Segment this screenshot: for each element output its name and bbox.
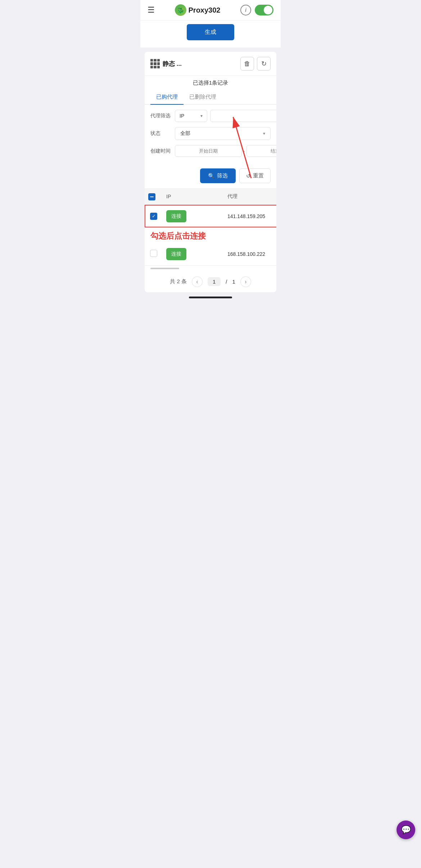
date-separator: - — [243, 148, 245, 154]
date-filter-label: 创建时间 — [150, 148, 172, 154]
pagination: 共 2 条 ‹ 1 / 1 › — [145, 271, 276, 292]
status-filter-label: 状态 — [150, 130, 172, 137]
refresh-button[interactable]: ↻ — [257, 57, 271, 71]
td-connect-2: 连接 — [163, 243, 224, 266]
search-icon: 🔍 — [208, 173, 215, 179]
logo-text: Proxy302 — [189, 6, 221, 14]
filter-section: 代理筛选 IP ▾ 状态 全部 ▾ 创建时间 - 📅 — [145, 105, 276, 167]
th-checkbox — [145, 188, 163, 205]
data-table: IP 代理 连接 141.148.159.205 — [145, 188, 276, 228]
table-row-2: 连接 168.158.100.222 — [145, 243, 276, 266]
header-logo: 🐉 Proxy302 — [175, 4, 221, 16]
connect-button-1[interactable]: 连接 — [166, 210, 186, 222]
table-row: 连接 141.148.159.205 — [145, 205, 276, 227]
checkbox-empty-2[interactable] — [150, 250, 157, 257]
bottom-bar — [189, 297, 232, 298]
action-buttons: 🔍 筛选 ↺ 重置 — [145, 167, 276, 188]
delete-button[interactable]: 🗑 — [240, 57, 254, 71]
proxy-value-input[interactable] — [210, 110, 276, 122]
td-checkbox-2 — [145, 243, 163, 266]
status-filter-row: 状态 全部 ▾ — [150, 127, 271, 140]
status-select[interactable]: 全部 ▾ — [175, 127, 271, 140]
date-start-input[interactable] — [175, 145, 242, 157]
td-connect-1: 连接 — [163, 205, 224, 227]
selected-info: 已选择1条记录 — [145, 76, 276, 90]
prev-page-button[interactable]: ‹ — [192, 276, 203, 287]
generate-button[interactable]: 生成 — [187, 24, 234, 40]
toggle-switch[interactable] — [255, 5, 273, 15]
date-filter-row: 创建时间 - 📅 — [150, 145, 271, 157]
data-table-2: 连接 168.158.100.222 — [145, 243, 276, 266]
table-header-row: IP 代理 — [145, 188, 276, 205]
date-end-input[interactable] — [246, 145, 276, 157]
main-card: 静态 ... 🗑 ↻ 已选择1条记录 已购代理 已删除代理 代理筛选 IP ▾ — [145, 52, 276, 292]
th-proxy: 代理 — [224, 188, 276, 205]
card-title: 静态 ... — [163, 60, 182, 68]
checkbox-indeterminate[interactable] — [148, 193, 155, 200]
td-ip-2: 168.158.100.222 — [224, 243, 276, 266]
menu-icon[interactable]: ☰ — [148, 5, 155, 15]
proxy-filter-label: 代理筛选 — [150, 113, 172, 119]
td-checkbox-1 — [145, 205, 163, 227]
reset-icon: ↺ — [246, 173, 251, 179]
annotation-container: IP 代理 连接 141.148.159.205 — [145, 188, 276, 266]
annotation-text: 勾选后点击连接 — [145, 228, 276, 243]
proxy-filter-row: 代理筛选 IP ▾ — [150, 110, 271, 122]
generate-section: 生成 — [140, 21, 281, 48]
checkbox-checked-1[interactable] — [150, 213, 157, 220]
table-container-2: 连接 168.158.100.222 — [145, 243, 276, 266]
filter-button[interactable]: 🔍 筛选 — [200, 168, 236, 183]
info-icon[interactable]: i — [240, 5, 251, 15]
card-title-area: 静态 ... — [150, 59, 182, 68]
header: ☰ 🐉 Proxy302 i — [140, 0, 281, 21]
th-ip: IP — [163, 188, 224, 205]
total-pages: 1 — [232, 279, 235, 285]
scroll-indicator — [145, 266, 276, 271]
scroll-bar — [150, 268, 179, 269]
tab-purchased-proxy[interactable]: 已购代理 — [150, 90, 184, 105]
page-separator: / — [226, 279, 227, 285]
td-ip-1: 141.148.159.205 — [224, 205, 276, 227]
proxy-type-select[interactable]: IP ▾ — [175, 110, 207, 122]
card-header: 静态 ... 🗑 ↻ — [145, 52, 276, 76]
tab-deleted-proxy[interactable]: 已删除代理 — [184, 90, 222, 105]
current-page: 1 — [208, 277, 221, 286]
header-right: i — [240, 5, 273, 15]
grid-icon — [150, 59, 160, 68]
next-page-button[interactable]: › — [240, 276, 251, 287]
card-actions: 🗑 ↻ — [240, 57, 271, 71]
tabs: 已购代理 已删除代理 — [145, 90, 276, 105]
date-range: - 📅 — [175, 145, 276, 157]
connect-button-2[interactable]: 连接 — [166, 248, 186, 260]
reset-button[interactable]: ↺ 重置 — [239, 168, 271, 183]
logo-icon: 🐉 — [175, 4, 186, 16]
total-count: 共 2 条 — [170, 278, 187, 285]
table-container: IP 代理 连接 141.148.159.205 — [145, 188, 276, 228]
